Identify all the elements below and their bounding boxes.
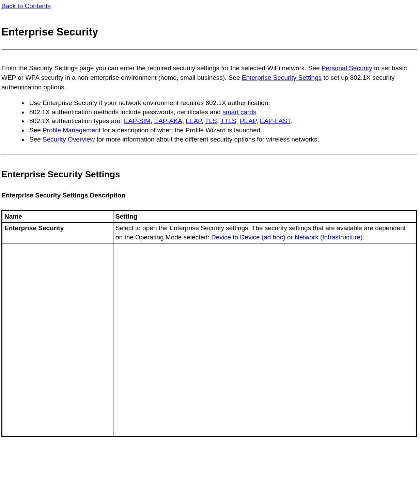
- list-item: 802.1X authentication types are: EAP-SIM…: [28, 117, 417, 126]
- peap-link[interactable]: PEAP: [240, 117, 256, 124]
- table-row: Enterprise Security Select to open the E…: [2, 222, 417, 243]
- security-overview-link[interactable]: Security Overview: [43, 136, 95, 143]
- cell-name-bold: Enterprise Security: [4, 224, 64, 232]
- list-text: for more information about the different…: [95, 136, 319, 143]
- settings-table: Name Setting Enterprise Security Select …: [1, 210, 417, 437]
- cell-empty: [2, 243, 113, 436]
- cell-text: or: [285, 234, 295, 241]
- list-sep: ,: [151, 117, 154, 124]
- leap-link[interactable]: LEAP: [186, 117, 201, 124]
- list-sep: ,: [256, 117, 260, 124]
- back-to-contents-link[interactable]: Back to Contents: [1, 1, 51, 11]
- list-item: 802.1X authentication methods include pa…: [28, 108, 417, 117]
- list-sep: ,: [202, 117, 205, 124]
- device-to-device-link[interactable]: Device to Device (ad hoc): [211, 234, 285, 241]
- section-heading: Enterprise Security Settings: [1, 168, 417, 181]
- col-header-name: Name: [2, 211, 113, 222]
- divider: [1, 154, 417, 154]
- list-text: 802.1X authentication methods include pa…: [29, 108, 222, 116]
- list-text: for a description of when the Profile Wi…: [100, 127, 262, 134]
- list-text: .: [290, 117, 292, 124]
- subsection-heading: Enterprise Security Settings Description: [1, 191, 417, 200]
- enterprise-security-settings-link[interactable]: Enterprise Security Settings: [242, 74, 322, 81]
- list-item: See Security Overview for more informati…: [28, 135, 417, 144]
- list-sep: ,: [217, 117, 220, 124]
- eap-aka-link[interactable]: EAP-AKA: [154, 117, 182, 124]
- page-title: Enterprise Security: [1, 25, 417, 40]
- profile-management-link[interactable]: Profile Management: [43, 127, 100, 134]
- list-item: Use Enterprise Security if your network …: [28, 99, 417, 108]
- divider: [1, 49, 417, 50]
- col-header-setting: Setting: [113, 211, 417, 222]
- cell-setting: Select to open the Enterprise Security s…: [113, 222, 417, 243]
- cell-name: Enterprise Security: [2, 222, 113, 243]
- eap-sim-link[interactable]: EAP-SIM: [124, 117, 151, 124]
- list-sep: ,: [182, 117, 186, 124]
- ttls-link[interactable]: TTLS: [220, 117, 236, 124]
- list-text: See: [29, 136, 43, 143]
- list-text: .: [256, 108, 258, 116]
- personal-security-link[interactable]: Personal Security: [322, 64, 372, 72]
- table-header-row: Name Setting: [2, 211, 417, 222]
- intro-paragraph: From the Security Settings page you can …: [1, 63, 417, 92]
- cell-empty: [113, 243, 417, 436]
- list-text: See: [29, 127, 43, 134]
- list-sep: ,: [236, 117, 240, 124]
- intro-text: From the Security Settings page you can …: [1, 64, 322, 72]
- cell-text: .: [363, 234, 364, 241]
- smart-cards-link[interactable]: smart cards: [222, 108, 256, 116]
- tls-link[interactable]: TLS: [205, 117, 217, 124]
- table-row-empty: [2, 243, 417, 436]
- eap-fast-link[interactable]: EAP-FAST: [260, 117, 291, 124]
- feature-list: Use Enterprise Security if your network …: [1, 99, 417, 144]
- network-infrastructure-link[interactable]: Network (Infrastructure): [295, 234, 363, 241]
- list-text: 802.1X authentication types are:: [29, 117, 124, 124]
- list-item: See Profile Management for a description…: [28, 126, 417, 135]
